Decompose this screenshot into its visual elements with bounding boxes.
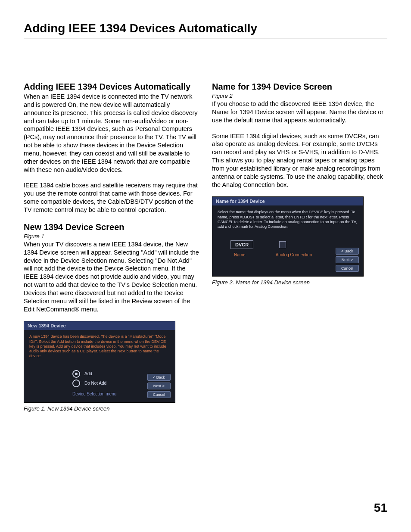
figure2-instructions: Select the name that displays on the men… — [218, 210, 358, 229]
heading-new-device-screen: New 1394 Device Screen — [24, 222, 199, 232]
para-analog: Some IEEE 1394 digital devices, such as … — [212, 132, 387, 189]
name-field-label: Name — [234, 252, 246, 257]
para-new-device: When your TV discovers a new IEEE 1394 d… — [24, 240, 199, 314]
back-button[interactable]: < Back — [336, 248, 359, 255]
heading-adding-devices: Adding IEEE 1394 Devices Automatically — [24, 81, 199, 92]
figure1-instructions: A new 1394 device has been discovered. T… — [29, 334, 170, 358]
option-add-label: Add — [84, 371, 92, 376]
page-number: 51 — [374, 501, 387, 515]
para-discovery: When an IEEE 1394 device is connected in… — [24, 93, 199, 174]
radio-unselected-icon — [72, 380, 80, 387]
next-button[interactable]: Next > — [336, 256, 359, 263]
cancel-button[interactable]: Cancel — [147, 391, 171, 398]
analog-connection-checkbox[interactable] — [279, 241, 286, 248]
heading-name-device-screen: Name for 1394 Device Screen — [212, 81, 387, 92]
back-button[interactable]: < Back — [147, 374, 171, 381]
radio-selected-icon — [72, 370, 80, 378]
figure2-titlebar: Name for 1394 Device — [212, 197, 363, 205]
figure1-caption: Figure 1. New 1394 Device screen — [24, 405, 199, 412]
title-rule — [24, 38, 387, 38]
right-column: Name for 1394 Device Screen Figure 2 If … — [212, 81, 387, 412]
content-columns: Adding IEEE 1394 Devices Automatically W… — [24, 81, 387, 412]
page-title: Adding IEEE 1394 Devices Automatically — [24, 22, 387, 35]
figure2-caption: Figure 2. Name for 1394 Device screen — [212, 279, 387, 286]
option-do-not-add-label: Do Not Add — [84, 381, 106, 386]
device-name-input[interactable]: DVCR — [230, 240, 253, 249]
left-column: Adding IEEE 1394 Devices Automatically W… — [24, 81, 199, 412]
analog-connection-label: Analog Connection — [276, 252, 312, 257]
figure1-screenshot: New 1394 Device A new 1394 device has be… — [24, 321, 175, 402]
cancel-button[interactable]: Cancel — [336, 265, 359, 272]
para-cable-boxes: IEEE 1394 cable boxes and satellite rece… — [24, 181, 199, 214]
para-name-device: If you choose to add the discovered IEEE… — [212, 100, 387, 124]
figure2-ref: Figure 2 — [212, 93, 387, 99]
figure1-ref: Figure 1 — [24, 233, 199, 240]
next-button[interactable]: Next > — [147, 383, 171, 389]
figure2-screenshot: Name for 1394 Device Select the name tha… — [212, 196, 364, 277]
figure1-titlebar: New 1394 Device — [24, 321, 175, 330]
